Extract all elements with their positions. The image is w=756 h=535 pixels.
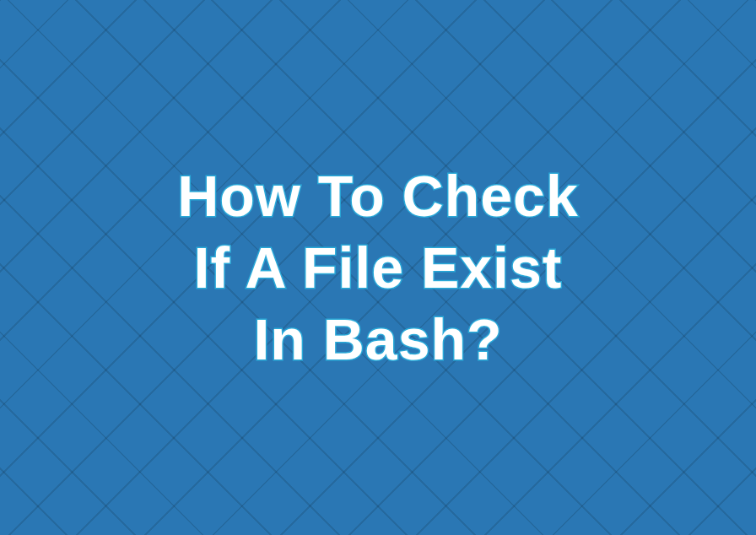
page-title: How To Check If A File Exist In Bash? (177, 160, 578, 376)
title-line-3: In Bash? (177, 304, 578, 376)
title-line-1: How To Check (177, 160, 578, 232)
content-container: How To Check If A File Exist In Bash? (0, 0, 756, 535)
title-line-2: If A File Exist (177, 232, 578, 304)
